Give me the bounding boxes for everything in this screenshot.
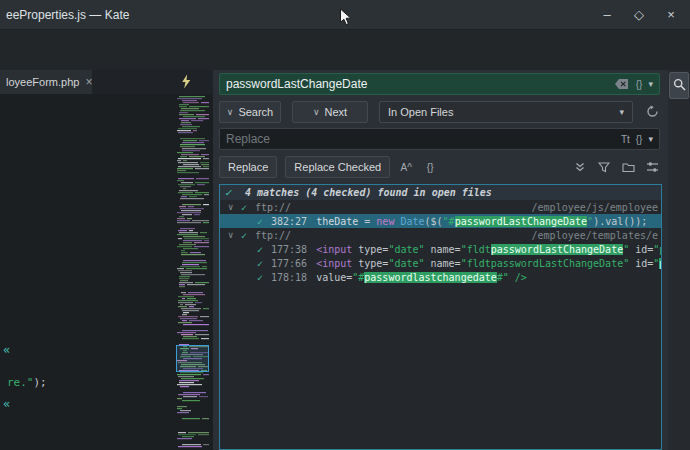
match-row[interactable]: ✓177:38<input type="date" name="fldtpass… xyxy=(220,242,661,256)
checkbox-icon[interactable]: ✓ xyxy=(257,272,271,283)
search-input[interactable] xyxy=(220,77,614,91)
collapse-arrow-icon[interactable]: ∨ xyxy=(228,230,241,240)
replace-input[interactable] xyxy=(220,132,621,146)
minimap-scrollbar[interactable] xyxy=(176,94,211,450)
editor-empty-area xyxy=(0,31,690,70)
clear-search-icon[interactable] xyxy=(614,75,630,93)
checkbox-icon[interactable]: ✓ xyxy=(257,216,271,227)
search-replace-panel: {} ▾ ∨ Search ∨ Next In Open Files ▾ xyxy=(213,70,668,450)
chevron-down-icon: ▾ xyxy=(619,107,624,117)
close-icon[interactable]: × xyxy=(664,7,678,22)
file-protocol: ftp:// xyxy=(255,202,291,213)
file-path: /employee/js/employee xyxy=(532,202,661,213)
tab-bar: loyeeForm.php × xyxy=(0,70,213,94)
checkbox-icon[interactable]: ✓ xyxy=(257,258,271,269)
expand-results-icon[interactable] xyxy=(572,158,588,176)
scope-value: In Open Files xyxy=(388,106,453,118)
search-field-icons: {} ▾ xyxy=(614,75,659,93)
options-icon[interactable] xyxy=(644,158,660,176)
replace-field[interactable]: Tt {} ▾ xyxy=(219,128,660,150)
checkbox-icon[interactable]: ✓ xyxy=(241,202,255,213)
toolview-sidebar xyxy=(668,70,690,450)
editor-code-line: re."); xyxy=(7,376,47,389)
checkbox-icon[interactable]: ✓ xyxy=(257,244,271,255)
replace-actions-row: Replace Replace Checked A^ {} xyxy=(219,156,660,178)
chevron-down-icon: ∨ xyxy=(313,107,320,117)
match-line-col: 177:38 xyxy=(271,244,307,255)
chevron-down-icon: ∨ xyxy=(227,107,234,117)
open-folder-icon[interactable] xyxy=(620,158,636,176)
result-file-row[interactable]: ∨✓ftp:///employee/templates/e xyxy=(220,228,661,242)
search-field[interactable]: {} ▾ xyxy=(219,73,660,95)
regex-icon[interactable]: {} xyxy=(422,158,438,176)
file-protocol: ftp:// xyxy=(255,230,291,241)
scope-dropdown[interactable]: In Open Files ▾ xyxy=(379,101,633,123)
match-line-col: 178:18 xyxy=(271,272,307,283)
refresh-icon[interactable] xyxy=(644,103,660,121)
results-toolbar xyxy=(572,158,660,176)
next-button[interactable]: ∨ Next xyxy=(292,101,368,123)
replace-field-icons: Tt {} ▾ xyxy=(621,134,659,145)
search-button-label: Search xyxy=(238,106,273,118)
kate-window: eeProperties.js — Kate – ◇ × loyeeForm.p… xyxy=(0,0,690,450)
results-tree: ∨✓ftp:///employee/js/employee✓382:27theD… xyxy=(220,200,661,284)
restore-icon[interactable]: ◇ xyxy=(632,7,646,22)
tab-label: loyeeForm.php xyxy=(6,76,79,88)
search-toolview-button[interactable] xyxy=(669,72,689,99)
search-history-chevron-icon[interactable]: ▾ xyxy=(648,79,653,89)
search-icon xyxy=(673,77,686,95)
filter-icon[interactable] xyxy=(596,158,612,176)
match-row[interactable]: ✓382:27theDate = new Date($("#passwordLa… xyxy=(220,214,661,228)
regex-icon[interactable]: {} xyxy=(636,79,643,90)
regex-icon[interactable]: {} xyxy=(636,134,643,145)
next-button-label: Next xyxy=(324,106,347,118)
checkbox-icon[interactable]: ✓ xyxy=(241,230,255,241)
checkbox-icon[interactable]: ✓ xyxy=(225,187,239,198)
search-button[interactable]: ∨ Search xyxy=(219,101,281,123)
window-title: eeProperties.js — Kate xyxy=(6,8,129,22)
results-summary-row[interactable]: ✓ 4 matches (4 checked) found in open fi… xyxy=(220,185,661,200)
collapse-arrow-icon[interactable]: ∨ xyxy=(228,202,241,212)
replace-button[interactable]: Replace xyxy=(219,156,277,178)
wrap-marker-icon: « xyxy=(3,343,10,357)
search-results: ✓ 4 matches (4 checked) found in open fi… xyxy=(219,184,662,450)
match-line-col: 177:66 xyxy=(271,258,307,269)
replace-checked-label: Replace Checked xyxy=(294,161,381,173)
file-path: /employee/templates/e xyxy=(532,230,661,241)
match-row[interactable]: ✓177:66<input type="date" name="fldtpass… xyxy=(220,256,661,270)
replace-checked-button[interactable]: Replace Checked xyxy=(285,156,390,178)
match-text: theDate = new Date($("#passwordLastChang… xyxy=(316,216,647,227)
match-text: <input type="date" name="fldtpasswordLas… xyxy=(316,258,661,269)
editor-view[interactable]: loyeeForm.php × « « re."); xyxy=(0,70,213,450)
tab-close-icon[interactable]: × xyxy=(85,75,92,89)
result-file-row[interactable]: ∨✓ftp:///employee/js/employee xyxy=(220,200,661,214)
results-summary-text: 4 matches (4 checked) found in open file… xyxy=(245,187,492,198)
tab-employeeform[interactable]: loyeeForm.php × xyxy=(0,70,92,94)
match-text: <input type="date" name="fldtpasswordLas… xyxy=(316,244,661,255)
match-case-icon[interactable]: Tt xyxy=(621,134,630,145)
flash-icon xyxy=(179,74,195,90)
mouse-cursor xyxy=(339,8,352,31)
minimap-code-preview xyxy=(176,94,211,450)
minimap-viewport-indicator[interactable] xyxy=(176,345,209,372)
window-controls: – ◇ × xyxy=(600,7,678,22)
search-actions-row: ∨ Search ∨ Next In Open Files ▾ xyxy=(219,100,660,123)
match-row[interactable]: ✓178:18value="#passwordlastchangedate#" … xyxy=(220,270,661,284)
match-line-col: 382:27 xyxy=(271,216,307,227)
replace-history-chevron-icon[interactable]: ▾ xyxy=(648,134,653,144)
wrap-marker-icon: « xyxy=(3,397,10,411)
minimize-icon[interactable]: – xyxy=(600,7,614,22)
replace-button-label: Replace xyxy=(228,161,268,173)
match-text: value="#passwordlastchangedate#" /> xyxy=(316,272,527,283)
preserve-case-icon[interactable]: A^ xyxy=(398,158,414,176)
